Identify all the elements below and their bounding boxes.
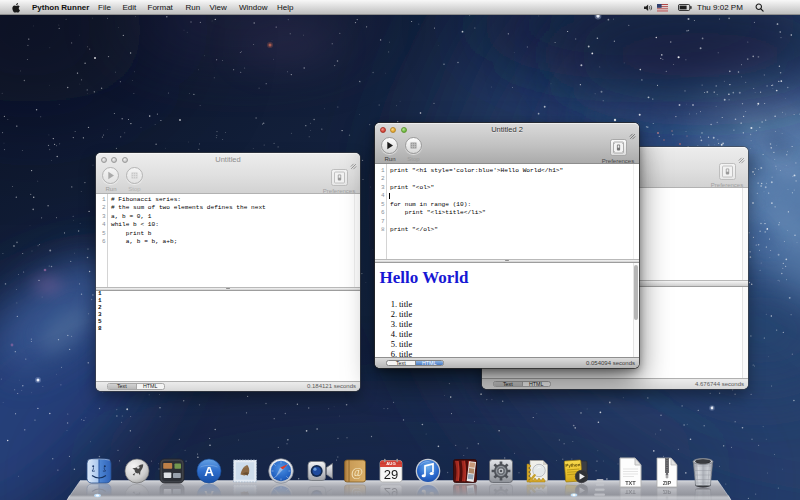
svg-text:ZIP: ZIP: [663, 480, 672, 486]
svg-text:A: A: [204, 464, 214, 479]
svg-text:29: 29: [384, 467, 398, 482]
svg-text:Python: Python: [565, 462, 581, 468]
svg-text:@: @: [351, 464, 363, 479]
svg-text:TXT: TXT: [625, 480, 636, 486]
svg-text:AUG: AUG: [386, 461, 395, 466]
